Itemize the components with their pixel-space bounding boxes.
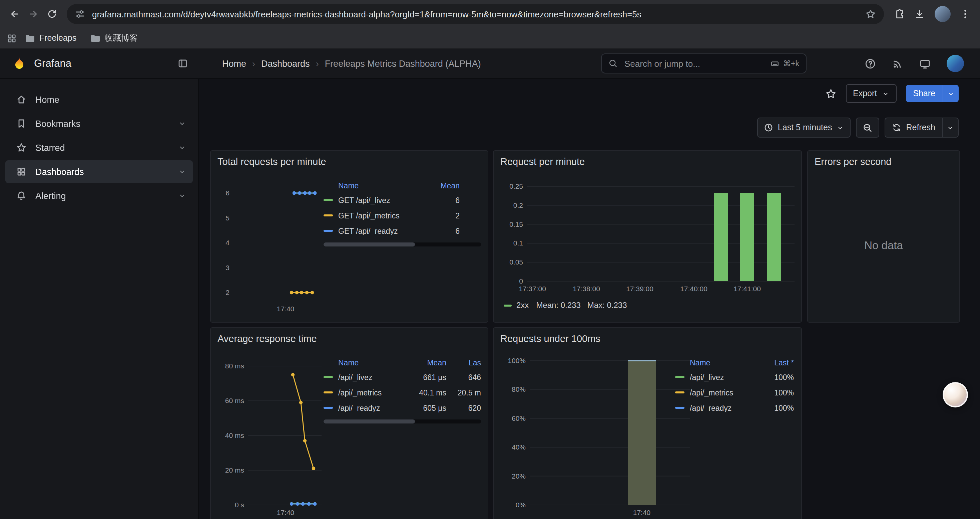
browser-profile-avatar[interactable] — [935, 6, 951, 22]
bookmark-star-icon[interactable] — [865, 9, 876, 19]
series-name[interactable]: /api/_readyz — [690, 404, 763, 412]
svg-text:17:39:00: 17:39:00 — [626, 285, 654, 292]
zoom-out-button[interactable] — [856, 118, 879, 137]
grafana-header-actions — [865, 49, 980, 78]
sidebar-item-label[interactable]: Dashboards — [35, 167, 84, 177]
bookmark-label[interactable]: 收藏博客 — [104, 32, 138, 44]
legend-row[interactable]: /api/_livez 100% — [675, 369, 794, 385]
search-input[interactable] — [623, 58, 765, 69]
panel-title[interactable]: Requests under 100ms — [500, 333, 600, 344]
legend-header-last[interactable]: Las — [446, 359, 481, 367]
chevron-down-icon[interactable] — [178, 120, 186, 128]
floating-assistant-avatar[interactable] — [943, 382, 968, 407]
series-name[interactable]: /api/_metrics — [338, 388, 417, 396]
legend[interactable]: 2xx Mean: 0.233 Max: 0.233 — [504, 300, 627, 310]
sidebar-item-label[interactable]: Home — [35, 94, 59, 105]
series-name[interactable]: GET /api/_readyz — [338, 227, 426, 235]
reload-button[interactable] — [43, 5, 61, 23]
legend-header-name[interactable]: Name — [338, 359, 417, 367]
extensions-icon[interactable] — [893, 8, 905, 20]
dashboard-main: Export Share Last 5 minutes — [199, 79, 980, 519]
url-bar[interactable]: grafana.mathmast.com/d/deytv4rwavabkb/fr… — [67, 4, 884, 24]
legend-row[interactable]: GET /api/_readyz 6 — [323, 223, 481, 238]
bookmark-label[interactable]: Freeleaps — [39, 34, 76, 43]
forward-button[interactable] — [24, 5, 43, 23]
breadcrumb-dashboards[interactable]: Dashboards — [261, 58, 310, 69]
sidebar-item-label[interactable]: Starred — [35, 143, 65, 153]
panel-title[interactable]: Errors per second — [815, 156, 892, 167]
download-icon[interactable] — [914, 8, 925, 20]
sidebar-item-starred[interactable]: Starred — [5, 136, 193, 159]
sidebar-item-label[interactable]: Alerting — [35, 191, 66, 201]
sidebar-toggle[interactable] — [177, 58, 188, 69]
no-data-message: No data — [808, 239, 959, 252]
share-button[interactable]: Share — [905, 85, 959, 102]
legend-header-name[interactable]: Name — [690, 359, 763, 367]
scrollbar-thumb[interactable] — [323, 420, 415, 423]
share-dropdown-caret[interactable] — [943, 85, 959, 102]
series-name[interactable]: 2xx — [516, 300, 529, 310]
panel-title[interactable]: Request per minute — [500, 156, 585, 167]
user-avatar[interactable] — [947, 55, 964, 72]
refresh-button[interactable]: Refresh — [885, 118, 942, 137]
series-name[interactable]: /api/_metrics — [690, 388, 763, 396]
series-mean: Mean: 0.233 — [536, 300, 581, 310]
grafana-logo[interactable] — [12, 56, 27, 71]
search-icon — [608, 59, 618, 68]
series-name[interactable]: GET /api/_livez — [338, 196, 426, 204]
legend-row[interactable]: /api/_metrics 100% — [675, 385, 794, 400]
svg-text:80 ms: 80 ms — [225, 362, 244, 370]
series-name[interactable]: /api/_readyz — [338, 404, 417, 412]
chevron-down-icon[interactable] — [178, 168, 186, 176]
browser-menu-icon[interactable] — [960, 9, 970, 19]
legend-header-last[interactable]: Last * — [763, 359, 794, 367]
url-text[interactable]: grafana.mathmast.com/d/deytv4rwavabkb/fr… — [92, 9, 859, 19]
legend-scrollbar[interactable] — [323, 243, 481, 246]
series-name[interactable]: /api/_livez — [690, 373, 763, 381]
legend-header-mean[interactable]: Mean — [426, 182, 460, 190]
sidebar-item-bookmarks[interactable]: Bookmarks — [5, 112, 193, 135]
time-range-picker[interactable]: Last 5 minutes — [757, 118, 851, 137]
chevron-down-icon[interactable] — [178, 144, 186, 152]
refresh-interval-caret[interactable] — [942, 118, 958, 137]
legend-row[interactable]: GET /api/_livez 6 — [323, 192, 481, 208]
bookmark-folder-blogs[interactable]: 收藏博客 — [84, 30, 143, 46]
svg-text:0.1: 0.1 — [513, 239, 523, 247]
brand-title[interactable]: Grafana — [34, 57, 72, 69]
svg-text:6: 6 — [226, 189, 229, 197]
sidebar-item-home[interactable]: Home — [5, 88, 193, 111]
series-name[interactable]: /api/_livez — [338, 373, 417, 381]
mega-menu-sidebar: Home Bookmarks Starred Dashboards Alerti… — [0, 79, 199, 519]
rss-icon[interactable] — [892, 58, 903, 69]
legend-row[interactable]: /api/_readyz 100% — [675, 400, 794, 415]
series-last: 620 — [446, 404, 481, 412]
legend-header-name[interactable]: Name — [338, 182, 426, 190]
sidebar-item-label[interactable]: Bookmarks — [35, 118, 80, 129]
svg-text:17:40: 17:40 — [277, 509, 294, 516]
panel-title[interactable]: Average response time — [218, 333, 317, 344]
scrollbar-thumb[interactable] — [323, 243, 415, 246]
apps-grid-icon[interactable] — [7, 33, 17, 43]
panel-title[interactable]: Total requests per minute — [218, 156, 326, 167]
legend-row[interactable]: /api/_readyz 605 µs 620 — [323, 400, 481, 415]
legend-header-mean[interactable]: Mean — [417, 359, 446, 367]
export-button[interactable]: Export — [846, 84, 896, 103]
breadcrumb-home[interactable]: Home — [222, 58, 246, 69]
legend-row[interactable]: GET /api/_metrics 2 — [323, 208, 481, 223]
search-box[interactable]: ⌘+k — [601, 53, 807, 73]
monitor-icon[interactable] — [919, 58, 931, 69]
legend-row[interactable]: /api/_metrics 40.1 ms 20.5 m — [323, 385, 481, 400]
favorite-star-button[interactable] — [825, 88, 836, 99]
chevron-down-icon[interactable] — [178, 192, 186, 200]
series-name[interactable]: GET /api/_metrics — [338, 211, 426, 219]
legend-row[interactable]: /api/_livez 661 µs 646 — [323, 369, 481, 385]
sidebar-item-alerting[interactable]: Alerting — [5, 184, 193, 207]
bookmark-folder-freeleaps[interactable]: Freeleaps — [19, 31, 82, 45]
chevron-down-icon — [947, 124, 954, 131]
sidebar-item-dashboards[interactable]: Dashboards — [5, 160, 193, 183]
legend-scrollbar[interactable] — [323, 420, 481, 423]
series-color-dash — [323, 376, 333, 378]
help-icon[interactable] — [865, 58, 876, 69]
back-button[interactable] — [5, 5, 24, 23]
series-color-dash — [675, 407, 684, 409]
